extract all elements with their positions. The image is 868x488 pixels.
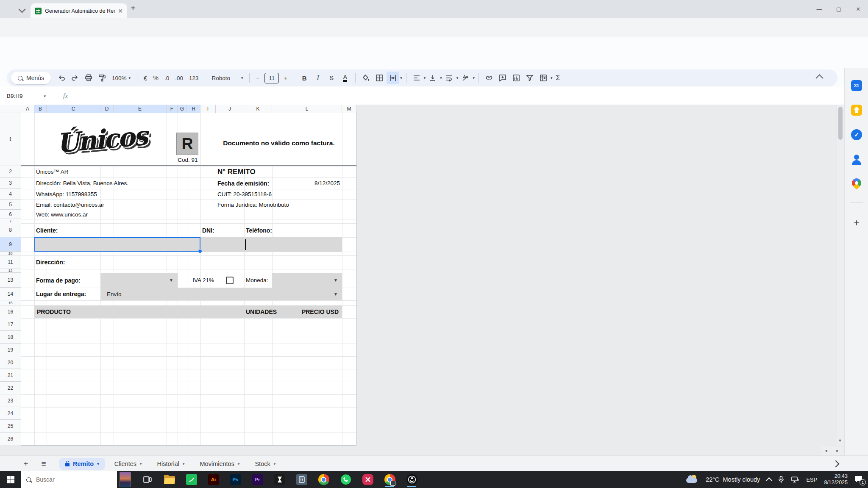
redo-button[interactable]: [69, 72, 81, 84]
taskbar-clock[interactable]: 20:43 8/12/2025: [824, 473, 848, 486]
pivot-caret-icon[interactable]: ▾: [551, 76, 553, 80]
all-sheets-button[interactable]: ≡: [35, 459, 53, 469]
row-header-23[interactable]: 23: [0, 394, 21, 407]
column-header-F[interactable]: F: [167, 105, 178, 113]
chrome-profile-icon[interactable]: [384, 472, 395, 487]
vertical-scrollbar-thumb[interactable]: [838, 107, 843, 140]
select-all-corner[interactable]: [0, 105, 21, 113]
add-sheet-button[interactable]: +: [17, 459, 35, 469]
row-header-14[interactable]: 14: [0, 288, 21, 300]
weather-temp[interactable]: 22°C: [706, 476, 719, 483]
cell-phone-label[interactable]: Teléfono:: [246, 223, 297, 237]
row-header-4[interactable]: 4: [0, 189, 21, 200]
row-header-12[interactable]: 12: [0, 269, 21, 273]
column-header-D[interactable]: D: [100, 105, 114, 113]
decrease-font-size-button[interactable]: −: [253, 75, 262, 81]
cell-legal-form[interactable]: Forma Jurídica: Monotributo: [217, 200, 328, 210]
cell-dni-label[interactable]: DNI:: [202, 223, 236, 237]
row-header-21[interactable]: 21: [0, 369, 21, 382]
print-button[interactable]: [82, 72, 95, 84]
start-button[interactable]: [0, 471, 21, 488]
paint-format-button[interactable]: [96, 72, 108, 84]
vertical-align-button[interactable]: [426, 72, 439, 84]
more-formats-button[interactable]: 123: [186, 75, 201, 81]
text-wrap-caret-icon[interactable]: ▾: [456, 76, 459, 80]
font-family-select[interactable]: Roboto▾: [209, 75, 245, 81]
notification-center-icon[interactable]: 1: [854, 475, 864, 484]
row-header-11[interactable]: 11: [0, 255, 21, 269]
row-header-22[interactable]: 22: [0, 382, 21, 394]
cell-delivery-label[interactable]: Lugar de entrega:: [36, 288, 104, 300]
vertical-scrollbar[interactable]: [837, 105, 844, 445]
borders-button[interactable]: [373, 72, 386, 84]
sheet-tab-remito[interactable]: Remito▾: [59, 458, 105, 470]
percent-format-button[interactable]: %: [150, 75, 161, 81]
column-header-I[interactable]: I: [200, 105, 216, 113]
add-addon-icon[interactable]: +: [851, 217, 862, 229]
language-indicator[interactable]: ESP: [806, 477, 817, 483]
whatsapp-icon[interactable]: [340, 472, 351, 487]
bold-button[interactable]: B: [298, 72, 311, 84]
sheet-tab-caret-icon[interactable]: ▾: [238, 462, 240, 466]
column-header-B[interactable]: B: [34, 105, 47, 113]
row-header-17[interactable]: 17: [0, 318, 21, 331]
sheet-tab-clientes[interactable]: Clientes▾: [108, 458, 148, 470]
cell-client-label[interactable]: Cliente:: [36, 223, 87, 237]
row-header-15[interactable]: 15: [0, 300, 21, 305]
merge-cells-button[interactable]: [387, 72, 399, 84]
horizontal-align-button[interactable]: [410, 72, 423, 84]
scroll-left-icon[interactable]: ◄: [821, 446, 832, 455]
cell-payment-label[interactable]: Forma de pago:: [36, 273, 100, 288]
obs-icon[interactable]: [406, 472, 417, 487]
filter-button[interactable]: [523, 72, 536, 84]
column-header-L[interactable]: L: [272, 105, 342, 113]
cell-currency-label[interactable]: Moneda:: [246, 273, 275, 288]
row-header-7[interactable]: 7: [0, 219, 21, 223]
row-header-6[interactable]: 6: [0, 210, 21, 219]
insert-link-button[interactable]: [483, 72, 495, 84]
scroll-down-icon[interactable]: ▼: [837, 436, 843, 445]
file-explorer-icon[interactable]: [164, 472, 175, 487]
tab-close-icon[interactable]: ✕: [118, 8, 123, 14]
sheet-tab-caret-icon[interactable]: ▾: [140, 462, 142, 466]
column-header-G[interactable]: G: [178, 105, 187, 113]
green-app-icon[interactable]: [186, 472, 197, 487]
premiere-icon[interactable]: Pr: [252, 472, 263, 487]
currency-format-button[interactable]: €: [141, 75, 150, 82]
cell-company-email[interactable]: Email: contacto@unicos.ar: [36, 200, 155, 210]
decrease-decimals-button[interactable]: .0: [162, 75, 172, 81]
row-header-16[interactable]: 16: [0, 305, 21, 318]
undo-button[interactable]: [55, 72, 68, 84]
selection-range[interactable]: [34, 237, 200, 252]
delivery-dropdown[interactable]: Envío ▼: [100, 288, 342, 300]
pivot-table-button[interactable]: [537, 72, 550, 84]
name-box-caret-icon[interactable]: ▾: [44, 94, 46, 98]
cell-company-address[interactable]: Dirección: Bella Vista, Buenos Aires.: [36, 177, 172, 189]
vertical-align-caret-icon[interactable]: ▾: [440, 76, 442, 80]
row-header-8[interactable]: 8: [0, 223, 21, 237]
scroll-right-icon[interactable]: ►: [832, 446, 843, 455]
cell-company-name[interactable]: Únicos™ AR: [36, 166, 155, 177]
cell-date-value[interactable]: 8/12/2025: [272, 177, 340, 189]
weather-icon[interactable]: [686, 475, 699, 484]
increase-font-size-button[interactable]: +: [281, 75, 290, 81]
search-menus-button[interactable]: Menús: [11, 72, 51, 84]
row-header-3[interactable]: 3: [0, 177, 21, 189]
sheet-tab-stock[interactable]: Stock▾: [249, 458, 281, 470]
text-wrap-button[interactable]: [443, 72, 456, 84]
zoom-select[interactable]: 100%▾: [109, 75, 133, 81]
row-header-20[interactable]: 20: [0, 356, 21, 369]
task-view-icon[interactable]: [142, 472, 153, 487]
row-header-1[interactable]: 1: [0, 113, 21, 166]
hourglass-app-icon[interactable]: [274, 472, 285, 487]
weather-desc[interactable]: Mostly cloudy: [723, 476, 760, 483]
taskbar-search-input[interactable]: [35, 476, 100, 483]
sheet-tab-caret-icon[interactable]: ▾: [97, 462, 99, 466]
row-header-9[interactable]: 9: [0, 237, 21, 252]
window-maximize-icon[interactable]: ▢: [829, 6, 849, 12]
insert-chart-button[interactable]: [510, 72, 523, 84]
tab-scroll-right-icon[interactable]: [832, 460, 840, 467]
microphone-icon[interactable]: [778, 476, 784, 483]
iva-checkbox[interactable]: [226, 277, 234, 284]
sheet-tab-movimientos[interactable]: Movimientos▾: [194, 458, 246, 470]
